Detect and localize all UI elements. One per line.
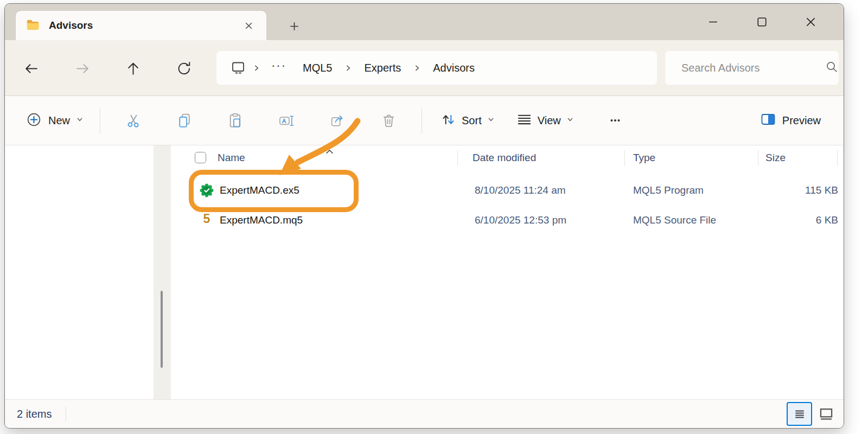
toolbar-divider	[100, 107, 100, 133]
close-button[interactable]	[786, 11, 835, 32]
column-header-size[interactable]: Size	[765, 145, 786, 170]
list-lines-icon	[516, 112, 532, 130]
file-date-modified: 6/10/2025 12:53 pm	[475, 207, 566, 234]
chevron-down-icon	[76, 116, 84, 125]
tab-advisors[interactable]: Advisors	[16, 11, 266, 40]
back-button[interactable]	[22, 60, 40, 77]
column-divider[interactable]	[624, 150, 625, 166]
file-size: 6 KB	[735, 207, 838, 234]
preview-button-label: Preview	[782, 114, 821, 127]
tab-close-icon[interactable]	[240, 17, 257, 34]
new-button-label: New	[48, 114, 70, 127]
tab-title: Advisors	[49, 20, 93, 31]
chevron-right-icon	[249, 64, 264, 72]
column-header-name[interactable]: Name	[218, 145, 245, 170]
item-count: 2 items	[17, 408, 52, 420]
cut-button[interactable]	[108, 105, 159, 136]
breadcrumb-segment-advisors[interactable]: Advisors	[424, 62, 483, 74]
sort-arrows-icon	[441, 112, 456, 130]
chevron-down-icon	[487, 116, 495, 125]
toolbar-divider	[422, 107, 422, 133]
column-divider[interactable]	[457, 150, 458, 166]
navigation-pane-scrollbar[interactable]	[154, 145, 170, 399]
file-row-expertmacd-ex5[interactable]: ExpertMACD.ex5 8/10/2025 11:24 am MQL5 P…	[171, 177, 844, 204]
content-area: Name Date modified Type Size	[5, 145, 844, 399]
trash-icon	[380, 112, 397, 129]
view-button-label: View	[538, 114, 561, 127]
delete-button[interactable]	[363, 105, 414, 136]
forward-button[interactable]	[74, 60, 91, 77]
breadcrumb-segment-experts[interactable]: Experts	[355, 62, 410, 74]
maximize-button[interactable]	[737, 11, 786, 32]
chevron-down-icon	[566, 116, 574, 125]
navigation-pane	[5, 145, 154, 399]
select-all-checkbox[interactable]	[195, 152, 206, 163]
rename-icon	[278, 112, 295, 129]
file-name[interactable]: ExpertMACD.mq5	[220, 207, 303, 234]
navigation-bar: ··· MQL5 Experts Advisors	[5, 40, 844, 96]
preview-button[interactable]: Preview	[752, 105, 828, 136]
address-bar[interactable]: ··· MQL5 Experts Advisors	[216, 51, 657, 85]
scrollbar-thumb[interactable]	[161, 291, 163, 368]
new-button[interactable]: New	[17, 105, 92, 136]
command-toolbar: New Sort	[5, 96, 844, 145]
search-icon[interactable]	[825, 60, 838, 75]
column-header-date-modified[interactable]: Date modified	[473, 145, 536, 170]
clipboard-icon	[227, 112, 244, 129]
circle-plus-icon	[25, 111, 42, 130]
ellipsis-icon	[607, 112, 623, 129]
share-icon	[329, 112, 346, 129]
sort-button-label: Sort	[462, 114, 482, 127]
preview-pane-icon	[760, 111, 776, 130]
view-button[interactable]: View	[506, 105, 585, 136]
mql5-source-icon: 5	[199, 211, 214, 226]
tab-bar: Advisors	[5, 4, 844, 40]
column-header-type[interactable]: Type	[633, 145, 655, 170]
mql5-program-icon	[199, 183, 214, 198]
breadcrumb-segment-mql5[interactable]: MQL5	[294, 62, 341, 74]
column-divider[interactable]	[837, 150, 838, 166]
new-tab-button[interactable]	[285, 17, 303, 35]
details-view-toggle[interactable]	[787, 402, 812, 426]
copy-button[interactable]	[159, 105, 210, 136]
file-name[interactable]: ExpertMACD.ex5	[220, 177, 299, 204]
more-options-button[interactable]	[599, 105, 631, 136]
folder-icon	[25, 17, 40, 34]
status-bar: 2 items	[5, 399, 844, 428]
minimize-button[interactable]	[688, 11, 737, 32]
file-type: MQL5 Source File	[633, 207, 716, 234]
up-button[interactable]	[124, 60, 142, 77]
file-type: MQL5 Program	[633, 177, 704, 204]
share-button[interactable]	[312, 105, 363, 136]
chevron-right-icon	[341, 64, 355, 72]
details-lines-icon	[794, 409, 805, 419]
window-caption-controls	[688, 11, 835, 32]
refresh-button[interactable]	[175, 60, 193, 77]
search-box	[665, 51, 839, 85]
scissors-icon	[125, 112, 142, 129]
rename-button[interactable]	[261, 105, 312, 136]
file-list: Name Date modified Type Size	[170, 145, 844, 399]
chevron-right-icon	[410, 64, 424, 72]
file-size: 115 KB	[735, 177, 838, 204]
breadcrumb-overflow-button[interactable]: ···	[264, 59, 294, 77]
column-header-row: Name Date modified Type Size	[171, 145, 844, 170]
file-row-expertmacd-mq5[interactable]: 5 ExpertMACD.mq5 6/10/2025 12:53 pm MQL5…	[171, 207, 844, 234]
copy-icon	[176, 112, 193, 129]
this-pc-monitor-icon[interactable]	[227, 60, 249, 75]
thumbnail-icon	[819, 407, 833, 421]
file-explorer-window: Advisors	[4, 3, 844, 429]
status-divider	[66, 407, 66, 421]
large-icons-view-toggle[interactable]	[816, 402, 836, 426]
file-date-modified: 8/10/2025 11:24 am	[475, 177, 566, 204]
sort-ascending-caret-icon	[325, 145, 334, 157]
column-divider[interactable]	[758, 150, 758, 166]
search-input[interactable]	[681, 62, 825, 74]
sort-button[interactable]: Sort	[430, 105, 506, 136]
paste-button[interactable]	[210, 105, 261, 136]
